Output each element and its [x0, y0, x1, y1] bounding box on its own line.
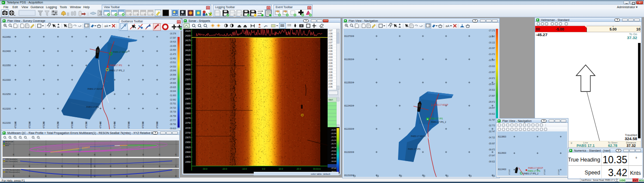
svg-text:475245: 475245 — [558, 169, 560, 175]
svg-text:PABS 17 ADCP: PABS 17 ADCP — [411, 135, 426, 137]
svg-text:-28.18: -28.18 — [331, 146, 337, 149]
svg-text:20: 20 — [175, 175, 177, 177]
svg-text:20: 20 — [12, 175, 15, 177]
svg-text:24150: 24150 — [185, 44, 191, 46]
svg-text:-34.09: -34.09 — [331, 160, 337, 162]
svg-text:2:03: 2:03 — [328, 68, 333, 70]
svg-text:-33.747: -33.747 — [488, 131, 495, 133]
svg-text:8113250: 8113250 — [3, 93, 11, 95]
svg-text:20: 20 — [142, 153, 144, 156]
svg-text:PABS 17 ADCP: PABS 17 ADCP — [113, 51, 128, 53]
svg-text:-34.722: -34.722 — [488, 137, 495, 139]
svg-text:62.78: 62.78 — [608, 143, 617, 148]
svg-text:-38.796: -38.796 — [170, 123, 176, 125]
svg-text:-22.047: -22.047 — [488, 59, 495, 61]
svg-text:24050: 24050 — [185, 64, 191, 66]
svg-text:8113600: 8113600 — [498, 152, 506, 154]
svg-text:-32.61: -32.61 — [331, 157, 337, 159]
svg-text:8113200: 8113200 — [344, 151, 352, 153]
svg-text:-38.622: -38.622 — [488, 161, 495, 163]
svg-text:475500: 475500 — [128, 121, 130, 128]
svg-text:20: 20 — [158, 175, 161, 177]
svg-text:B: B — [427, 118, 428, 120]
svg-text:-45.27: -45.27 — [536, 32, 547, 37]
svg-text:24125: 24125 — [185, 49, 191, 52]
svg-text:20: 20 — [61, 165, 63, 167]
svg-text:-17.172: -17.172 — [488, 30, 495, 32]
svg-text:20: 20 — [175, 153, 177, 156]
svg-text:aA: aA — [446, 24, 450, 27]
svg-text:PABS 17 IPS: PABS 17 IPS — [430, 117, 443, 120]
svg-text:37.32: 37.32 — [626, 143, 636, 148]
svg-text:2:06: 2:06 — [328, 47, 333, 49]
svg-text:20: 20 — [45, 175, 47, 177]
svg-text:10.0: 10.0 — [279, 168, 283, 170]
svg-text:-25.23: -25.23 — [331, 139, 337, 141]
svg-text:-22.492: -22.492 — [170, 58, 176, 60]
svg-text:Knts: Knts — [630, 170, 641, 176]
svg-text:20: 20 — [28, 165, 30, 167]
svg-text:475400: 475400 — [99, 121, 102, 128]
svg-text:-19.435: -19.435 — [170, 45, 176, 47]
svg-text:10.: 10. — [636, 27, 641, 31]
svg-text:-23.997: -23.997 — [488, 71, 495, 73]
svg-text:-25.549: -25.549 — [170, 70, 176, 72]
svg-text:475300: 475300 — [71, 121, 73, 128]
svg-text:-29.66: -29.66 — [331, 150, 337, 152]
svg-text:2:03: 2:03 — [328, 77, 333, 79]
svg-text:PABS 17 IPS: PABS 17 IPS — [109, 64, 122, 67]
svg-text:23925: 23925 — [185, 88, 191, 90]
svg-text:-35.739: -35.739 — [170, 111, 176, 113]
svg-text:-35.697: -35.697 — [488, 143, 495, 145]
svg-text:8113200: 8113200 — [3, 107, 11, 110]
svg-text:23700: 23700 — [185, 132, 191, 134]
svg-text:8113300: 8113300 — [3, 79, 11, 81]
svg-text:24175: 24175 — [185, 40, 191, 42]
svg-text:-20.0: -20.0 — [222, 168, 227, 170]
svg-text:23625: 23625 — [185, 146, 191, 149]
svg-text:PABS 17 IPS: PABS 17 IPS — [408, 148, 421, 150]
svg-text:-5.00: -5.00 — [556, 27, 564, 31]
svg-text:-32.682: -32.682 — [170, 99, 176, 101]
svg-text:475350: 475350 — [85, 121, 88, 128]
svg-text:-28.872: -28.872 — [488, 101, 495, 103]
svg-text:-21.473: -21.473 — [170, 53, 176, 55]
svg-text:2:06: 2:06 — [328, 33, 333, 35]
svg-text:37.32: 37.32 — [627, 35, 637, 40]
svg-text:24100: 24100 — [185, 54, 191, 56]
svg-text:-30.822: -30.822 — [488, 113, 495, 115]
svg-text:24225: 24225 — [185, 30, 191, 32]
svg-text:-31.797: -31.797 — [488, 119, 495, 121]
svg-text:-24.972: -24.972 — [488, 77, 495, 79]
svg-text:-21.072: -21.072 — [488, 53, 495, 55]
svg-text:-16.378: -16.378 — [170, 33, 176, 35]
svg-text:20: 20 — [142, 165, 144, 167]
svg-text:23950: 23950 — [185, 83, 191, 85]
svg-text:-23.022: -23.022 — [488, 65, 495, 67]
svg-text:23975: 23975 — [185, 79, 191, 81]
svg-text:-32.772: -32.772 — [488, 125, 495, 127]
svg-text:8113400: 8113400 — [344, 104, 352, 107]
svg-text:-30.644: -30.644 — [170, 90, 176, 92]
svg-text:2:06: 2:06 — [328, 62, 333, 64]
svg-text:8113600: 8113600 — [344, 58, 352, 61]
svg-text:Both: Both — [6, 144, 9, 146]
svg-text:20: 20 — [158, 165, 161, 167]
svg-text:20.0: 20.0 — [297, 168, 301, 170]
svg-text:-31.13: -31.13 — [331, 153, 337, 156]
svg-text:2:06: 2:06 — [328, 50, 333, 52]
svg-text:20: 20 — [61, 175, 63, 177]
svg-text:20: 20 — [12, 165, 15, 167]
svg-text:23900: 23900 — [185, 93, 191, 95]
svg-text:-33.701: -33.701 — [170, 103, 176, 105]
svg-text:-39.815: -39.815 — [170, 128, 176, 129]
svg-text:PABS 17 IPS: PABS 17 IPS — [86, 106, 99, 108]
svg-text:20: 20 — [109, 165, 112, 167]
svg-text:20: 20 — [77, 165, 79, 167]
svg-text:°: ° — [635, 156, 637, 161]
svg-text:-29.625: -29.625 — [170, 86, 176, 88]
svg-text:20: 20 — [126, 165, 128, 167]
svg-text:475200: 475200 — [43, 121, 45, 128]
svg-text:23650: 23650 — [185, 141, 191, 143]
svg-text:-37.777: -37.777 — [170, 119, 176, 122]
